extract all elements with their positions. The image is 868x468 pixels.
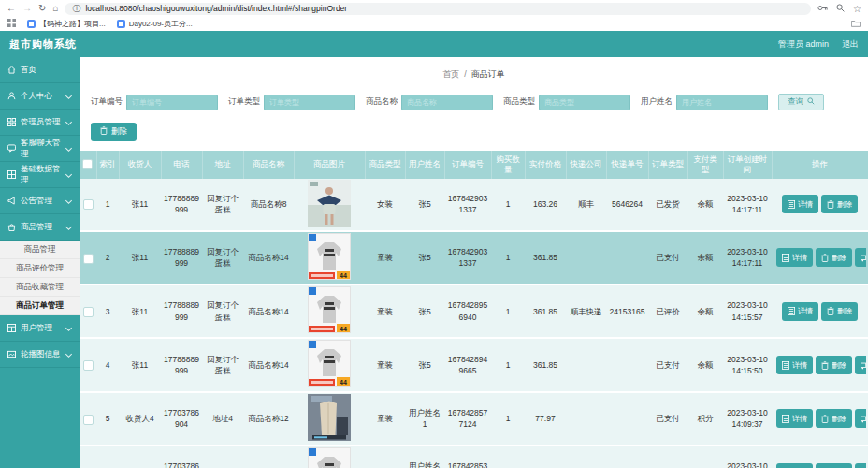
search-input-5[interactable]: [676, 95, 768, 110]
search-button[interactable]: 查询: [778, 94, 824, 110]
cell-recipient: 收货人4: [119, 392, 161, 446]
breadcrumb-home[interactable]: 首页: [442, 69, 459, 79]
cell-user_name: 用户姓名1: [405, 392, 444, 446]
sidebar-item-5[interactable]: 基础数据管理: [0, 162, 80, 188]
detail-button[interactable]: 详情: [776, 463, 813, 468]
cell-product_name: 商品名称12: [243, 392, 294, 446]
ship-button[interactable]: 发货: [855, 356, 866, 374]
user-icon: [7, 92, 16, 100]
row-checkbox[interactable]: [83, 360, 94, 371]
bookmark-item[interactable]: Day02-09-员工分...: [117, 19, 193, 29]
sidebar-item-label: 首页: [21, 65, 36, 76]
search-input-3[interactable]: [401, 95, 493, 110]
breadcrumb-current: 商品订单: [471, 69, 505, 79]
column-header: 订单编号: [444, 151, 491, 179]
delete-button[interactable]: 删除: [821, 302, 858, 321]
address-bar[interactable]: ⓘ localhost:8080/chaoshigouwuxitong/admi…: [65, 3, 811, 15]
cell-quantity: 1: [491, 179, 525, 231]
bookmark-star-icon[interactable]: ☆: [853, 4, 861, 14]
trash-icon: [827, 307, 834, 315]
search-input-1[interactable]: [126, 95, 218, 110]
cell-order_status: 已支付: [648, 338, 687, 391]
sweatshirt-product-photo[interactable]: 44: [308, 340, 351, 387]
ship-button[interactable]: 发货: [855, 248, 866, 267]
cell-phone: 17703786905: [161, 446, 202, 468]
ship-button[interactable]: 发货: [855, 463, 866, 468]
delete-button[interactable]: 删除: [821, 195, 858, 213]
cell-product_type: 童装: [365, 285, 405, 338]
sweatshirt-product-photo[interactable]: 44: [308, 233, 351, 280]
cell-quantity: 1: [491, 285, 525, 338]
search-input-2[interactable]: [264, 95, 355, 110]
ship-button[interactable]: 发货: [855, 409, 866, 428]
sidebar-item-6[interactable]: 公告管理: [0, 188, 80, 214]
cell-product_type: 童装: [365, 338, 405, 391]
sidebar-item-7[interactable]: 商品管理: [0, 214, 80, 241]
cell-user_name: 张5: [405, 285, 444, 338]
detail-button[interactable]: 详情: [782, 302, 818, 321]
forward-icon[interactable]: →: [22, 4, 32, 13]
detail-button[interactable]: 详情: [776, 409, 813, 428]
logout-link[interactable]: 退出: [842, 38, 859, 51]
sidebar-item-3[interactable]: 管理员管理: [0, 110, 80, 136]
detail-button[interactable]: 详情: [776, 248, 813, 267]
zoom-icon[interactable]: [836, 4, 845, 14]
search-fields-slot: 订单编号订单类型商品名称商品类型用户姓名: [91, 95, 768, 110]
detail-button[interactable]: 详情: [776, 356, 813, 374]
row-checkbox[interactable]: [83, 415, 94, 425]
cell-order_no: 1678428956940: [444, 285, 491, 338]
detail-icon: [782, 361, 789, 370]
sidebar-subitem[interactable]: 商品评价管理: [0, 259, 80, 278]
select-all-checkbox[interactable]: [82, 159, 93, 169]
delete-button[interactable]: 删除: [816, 409, 852, 428]
delete-button[interactable]: 删除: [816, 356, 852, 374]
cell-index: 5: [96, 392, 119, 446]
bulk-delete-button[interactable]: 删除: [91, 123, 137, 141]
cell-phone: 17788889999: [161, 231, 202, 285]
sweatshirt-product-photo[interactable]: 44: [308, 447, 351, 468]
sidebar-item-2[interactable]: 个人中心: [0, 83, 80, 110]
cell-address: 地址5: [202, 446, 243, 468]
password-key-icon[interactable]: [817, 4, 828, 14]
sidebar-item-9[interactable]: 轮播图信息: [0, 342, 80, 368]
sweatshirt-product-photo[interactable]: 44: [308, 286, 351, 333]
row-checkbox[interactable]: [83, 254, 94, 264]
cell-order_no: 1678428577124: [444, 392, 491, 446]
delete-button[interactable]: 删除: [816, 463, 852, 468]
woman-beach-product-photo[interactable]: [308, 180, 351, 227]
column-header: 商品类型: [365, 151, 405, 179]
cell-order_status: 已评价: [648, 285, 687, 338]
sidebar-subitem[interactable]: 商品收藏管理: [0, 278, 80, 297]
cell-user_name: 张5: [405, 231, 444, 285]
sidebar-subitem[interactable]: 商品订单管理: [0, 297, 80, 315]
other-bookmarks-folder-icon[interactable]: [851, 20, 861, 29]
reload-icon[interactable]: ↻: [38, 4, 46, 13]
back-icon[interactable]: ←: [7, 4, 16, 13]
cell-tracking_no: 5646264: [606, 179, 648, 231]
column-header: 快递公司: [566, 151, 606, 179]
cell-order_no: 1678428949665: [444, 338, 491, 391]
detail-icon: [788, 200, 795, 209]
coat-product-photo[interactable]: [308, 394, 351, 441]
sidebar-item-4[interactable]: 客服聊天管理: [0, 136, 80, 162]
cell-quantity: 1: [491, 338, 525, 391]
cell-price: 77.97: [525, 392, 566, 446]
apps-grid-icon[interactable]: [7, 19, 16, 29]
detail-button[interactable]: 详情: [782, 195, 818, 213]
row-checkbox[interactable]: [83, 199, 94, 210]
chat-icon: [7, 144, 16, 153]
row-checkbox[interactable]: [83, 307, 94, 317]
sidebar-item-8[interactable]: 用户管理: [0, 315, 80, 342]
logged-in-user[interactable]: 管理员 admin: [778, 38, 829, 51]
detail-icon: [782, 254, 789, 262]
delete-button[interactable]: 删除: [816, 248, 852, 267]
home-icon[interactable]: ⌂: [52, 4, 58, 13]
sidebar-menu: 首页个人中心管理员管理客服聊天管理基础数据管理公告管理商品管理商品管理商品评价管…: [0, 57, 80, 468]
page-info-icon[interactable]: ⓘ: [72, 3, 80, 15]
cell-index: 6: [96, 446, 119, 468]
bookmark-item[interactable]: 【码神之路】项目...: [27, 19, 106, 29]
sidebar-subitem[interactable]: 商品管理: [0, 241, 80, 259]
search-input-4[interactable]: [539, 95, 630, 110]
chevron-down-icon: [65, 197, 72, 204]
sidebar-item-1[interactable]: 首页: [0, 57, 80, 83]
